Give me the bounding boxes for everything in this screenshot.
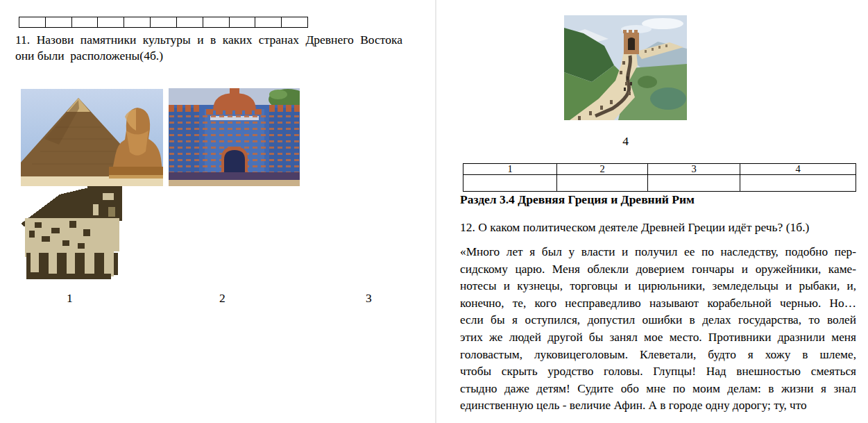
pyramids-and-sphinx-image xyxy=(21,89,163,186)
quote-line: чтобы скрыть уродство головы. Глупцы! На… xyxy=(460,363,856,381)
quote-line: конечно, те, кого несправедливо называют… xyxy=(460,295,856,313)
document-page: 11. Назови памятники культуры и в каких … xyxy=(0,0,868,423)
quote-line: стыдно даже детям! Судите обо мне по мои… xyxy=(460,381,856,398)
answer-grid-cell xyxy=(255,17,281,27)
quote-paragraph: «Много лет я был у власти и получил ее п… xyxy=(460,244,856,415)
quote-line: нотесы и кузнецы, торговцы и цирюльники,… xyxy=(460,278,856,295)
quote-line: сидскому царю. Меня облекли доверием гон… xyxy=(460,261,856,279)
quote-line: «Много лет я был у власти и получил ее п… xyxy=(460,244,856,261)
answer-grid-cell xyxy=(150,17,176,27)
answer-table-header-cell: 1 xyxy=(463,164,557,175)
answer-grid-cell xyxy=(203,17,229,27)
question-11-line-2: они были расположены(4б.) xyxy=(15,48,402,64)
answer-grid-cell xyxy=(176,17,203,27)
answer-grid-cell xyxy=(281,17,307,27)
ishtar-gate-image xyxy=(169,88,300,186)
page-divider xyxy=(435,0,436,423)
figure-4-label: 4 xyxy=(564,134,687,149)
quote-line: головастым, луковицеголовым. Клеветали, … xyxy=(460,347,856,364)
answer-table-header-cell: 4 xyxy=(740,164,856,175)
quote-line: если бы я оступился, допустил ошибки в д… xyxy=(460,312,856,329)
question-12-text: 12. О каком политическом деятеле Древней… xyxy=(460,220,857,235)
answer-table-cell xyxy=(740,175,856,192)
answer-grid-cell xyxy=(124,17,150,27)
answer-grid-cell xyxy=(19,17,45,27)
question-11-line-1: 11. Назови памятники культуры и в каких … xyxy=(15,32,402,48)
answer-table-cell xyxy=(648,175,740,192)
answer-table-cell xyxy=(463,175,557,192)
answer-grid-cell xyxy=(71,17,98,27)
figure-1-label: 1 xyxy=(67,291,73,306)
answer-table-header-cell: 3 xyxy=(648,164,740,175)
section-heading: Раздел 3.4 Древняя Греция и Древний Рим xyxy=(460,192,857,207)
figure-3-label: 3 xyxy=(366,291,372,306)
answer-grid xyxy=(19,17,308,28)
great-wall-of-china-image xyxy=(564,15,687,120)
answer-table-header-cell: 2 xyxy=(557,164,648,175)
answer-table-body-row xyxy=(463,175,856,192)
lamassu-statue-image xyxy=(21,186,125,279)
answer-grid-cell xyxy=(97,17,124,27)
answer-grid-cell xyxy=(45,17,71,27)
answer-table-header-row: 1234 xyxy=(463,164,856,175)
answer-table: 1234 xyxy=(463,163,856,192)
answer-grid-cell xyxy=(229,17,255,27)
answer-table-cell xyxy=(557,175,648,192)
figure-2-label: 2 xyxy=(219,291,225,306)
quote-line: этих же людей другой бы занял мое место.… xyxy=(460,329,856,347)
question-11-text: 11. Назови памятники культуры и в каких … xyxy=(15,32,402,64)
quote-line: единственную цель - величие Афин. А в го… xyxy=(460,397,856,415)
